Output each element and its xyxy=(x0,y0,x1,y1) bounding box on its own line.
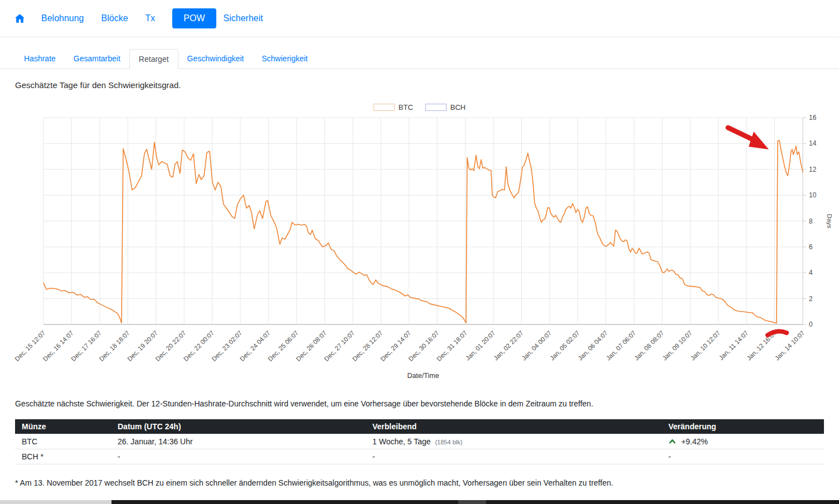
legend-swatch-btc xyxy=(374,104,395,111)
table-header-row: Münze Datum (UTC 24h) Verbleibend Veränd… xyxy=(15,419,824,434)
bottom-bar xyxy=(0,500,839,504)
bch-remaining-cell: - xyxy=(366,449,662,464)
svg-text:Jan, 04 00:07: Jan, 04 00:07 xyxy=(521,329,553,362)
btc-remaining-text: 1 Woche, 5 Tage xyxy=(372,437,431,446)
bch-change-cell: - xyxy=(662,449,824,464)
tab-retarget-active[interactable]: Retarget xyxy=(129,49,178,69)
btc-coin-cell: BTC xyxy=(15,434,111,449)
page-title: Geschätzte Tage für den Schwierigkeitsgr… xyxy=(15,80,181,90)
chart-legend: BTCBCH xyxy=(0,103,839,112)
btc-remaining-cell: 1 Woche, 5 Tage (1854 blk) xyxy=(366,434,662,449)
red-arrow-head xyxy=(749,132,769,149)
svg-text:Jan, 05 02:07: Jan, 05 02:07 xyxy=(549,329,581,362)
svg-text:Dec, 31 18:07: Dec, 31 18:07 xyxy=(435,329,468,362)
bch-coin-cell: BCH * xyxy=(15,449,111,464)
legend-label-btc: BTC xyxy=(399,103,413,112)
bottom-bar-dark-segment-1 xyxy=(111,500,458,504)
legend-label-bch: BCH xyxy=(450,103,465,112)
pow-retarget-page: Belohnung Blöcke Tx POW Sicherheit Hashr… xyxy=(0,0,839,504)
bch-footnote: * Am 13. November 2017 wechselt BCH zu e… xyxy=(15,478,613,487)
header-datum: Datum (UTC 24h) xyxy=(111,419,366,434)
table-row-bch: BCH * - - - xyxy=(15,449,824,464)
caret-up-icon xyxy=(668,439,676,444)
svg-text:6: 6 xyxy=(809,243,813,251)
btc-date-cell: 26. Januar, 14:36 Uhr xyxy=(111,434,366,449)
tab-geschwindigkeit[interactable]: Geschwindigkeit xyxy=(178,49,253,69)
svg-text:Jan, 07 06:07: Jan, 07 06:07 xyxy=(605,329,637,362)
svg-text:Jan, 10 12:07: Jan, 10 12:07 xyxy=(689,329,721,362)
tab-gesamtarbeit[interactable]: Gesamtarbeit xyxy=(65,49,129,69)
header-muenze: Münze xyxy=(15,419,111,434)
table-row-btc: BTC 26. Januar, 14:36 Uhr 1 Woche, 5 Tag… xyxy=(15,434,824,449)
svg-text:0: 0 xyxy=(809,321,813,328)
svg-text:Jan, 09 10:07: Jan, 09 10:07 xyxy=(661,329,693,362)
nav-item-tx[interactable]: Tx xyxy=(146,13,156,23)
home-icon[interactable] xyxy=(15,14,25,23)
header-verbleibend: Verbleibend xyxy=(366,419,662,434)
chart-description: Geschätzte nächste Schwierigkeit. Der 12… xyxy=(15,399,593,408)
svg-text:14: 14 xyxy=(809,139,817,147)
svg-text:Jan, 08 08:07: Jan, 08 08:07 xyxy=(633,329,665,362)
svg-text:Jan, 02 22:07: Jan, 02 22:07 xyxy=(492,329,525,362)
retarget-chart: BTCBCH 0246810121416Dec, 15 12:07Dec, 16… xyxy=(0,95,839,385)
y-axis-title: Days xyxy=(826,214,833,228)
legend-entry-bch[interactable]: BCH xyxy=(425,103,465,112)
red-arrow-shaft xyxy=(728,128,754,140)
bottom-bar-light-segment xyxy=(0,500,111,504)
btc-change-value: +9.42% xyxy=(681,437,708,446)
bottom-bar-mid-segment xyxy=(458,500,486,504)
svg-text:Jan, 06 04:07: Jan, 06 04:07 xyxy=(577,329,609,362)
svg-text:8: 8 xyxy=(809,217,813,225)
chart-canvas[interactable]: 0246810121416Dec, 15 12:07Dec, 16 14:07D… xyxy=(0,95,839,385)
bch-date-cell: - xyxy=(111,449,366,464)
tab-hashrate[interactable]: Hashrate xyxy=(15,49,65,69)
svg-text:12: 12 xyxy=(809,166,817,173)
nav-item-pow-active[interactable]: POW xyxy=(172,8,216,28)
x-axis-labels: Dec, 15 12:07Dec, 16 14:07Dec, 17 16:07D… xyxy=(13,329,806,362)
y-gridlines: 0246810121416 xyxy=(43,114,817,328)
svg-text:10: 10 xyxy=(809,191,817,199)
pow-tabs: Hashrate Gesamtarbeit Retarget Geschwind… xyxy=(0,49,839,69)
nav-item-belohnung[interactable]: Belohnung xyxy=(41,13,84,23)
btc-remaining-blocks: (1854 blk) xyxy=(435,439,462,445)
btc-line xyxy=(43,140,803,323)
svg-text:16: 16 xyxy=(809,114,817,122)
svg-text:2: 2 xyxy=(809,295,813,303)
bottom-bar-dark-segment-2 xyxy=(486,500,839,504)
header-veraenderung: Veränderung xyxy=(662,419,824,434)
nav-item-sicherheit[interactable]: Sicherheit xyxy=(224,13,263,23)
nav-item-bloecke[interactable]: Blöcke xyxy=(101,13,128,23)
tab-schwierigkeit[interactable]: Schwierigkeit xyxy=(253,49,317,69)
legend-swatch-bch xyxy=(425,104,447,111)
svg-text:Jan, 11 14:07: Jan, 11 14:07 xyxy=(717,329,749,361)
top-navbar: Belohnung Blöcke Tx POW Sicherheit xyxy=(0,0,839,37)
x-axis-title: Date/Time xyxy=(407,372,439,380)
legend-entry-btc[interactable]: BTC xyxy=(374,103,413,112)
svg-text:Jan, 14 10:07: Jan, 14 10:07 xyxy=(774,329,806,362)
svg-text:4: 4 xyxy=(809,269,813,277)
svg-text:Jan, 01 20:07: Jan, 01 20:07 xyxy=(464,329,497,362)
btc-change-cell: +9.42% xyxy=(662,434,824,449)
difficulty-table: Münze Datum (UTC 24h) Verbleibend Veränd… xyxy=(15,419,824,464)
